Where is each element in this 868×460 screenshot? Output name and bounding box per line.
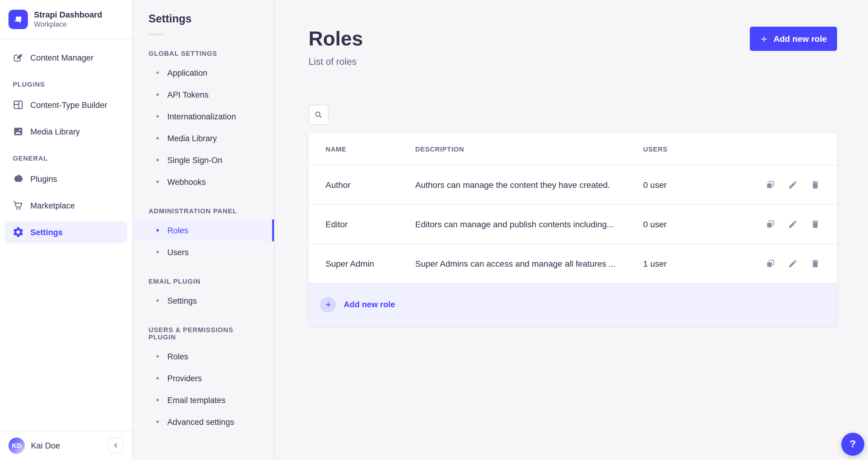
role-users-count: 0 user (643, 219, 753, 229)
subnav-item-email-settings[interactable]: Settings (133, 290, 274, 311)
pencil-icon (788, 258, 798, 268)
sidebar-item-marketplace[interactable]: Marketplace (5, 194, 127, 216)
role-users-count: 0 user (643, 180, 753, 189)
subnav-section-header-email-plugin: EMAIL PLUGIN (149, 278, 258, 285)
row-actions (753, 180, 820, 189)
sidebar-item-media-library[interactable]: Media Library (5, 121, 127, 143)
trash-icon (810, 219, 820, 229)
bullet-dot (156, 71, 159, 74)
table-row[interactable]: Super Admin Super Admins can access and … (309, 244, 837, 283)
edit-button[interactable] (788, 219, 798, 229)
duplicate-button[interactable] (766, 219, 775, 229)
column-header-name: NAME (326, 145, 415, 152)
subnav-title: Settings (149, 13, 274, 26)
page-subtitle: List of roles (309, 56, 363, 67)
bullet-dot (156, 377, 159, 379)
table-header-row: NAME DESCRIPTION USERS (309, 133, 837, 165)
strapi-logo-icon (8, 10, 28, 29)
table-row[interactable]: Editor Editors can manage and publish co… (309, 205, 837, 244)
puzzle-icon (12, 173, 24, 185)
sidebar-section-header-plugins: PLUGINS (13, 81, 132, 88)
bullet-dot (156, 93, 159, 96)
plus-circle (320, 297, 336, 312)
help-button[interactable]: ? (841, 433, 864, 456)
sidebar-item-settings[interactable]: Settings (5, 221, 127, 243)
toolbar (309, 104, 837, 125)
delete-button[interactable] (810, 219, 820, 229)
gear-icon (12, 226, 24, 238)
bullet-dot (156, 299, 159, 302)
subnav-item-webhooks[interactable]: Webhooks (133, 171, 274, 193)
row-actions (753, 219, 820, 229)
subnav-item-roles-admin[interactable]: Roles (133, 219, 274, 241)
page-title-block: Roles List of roles (309, 27, 363, 67)
subnav-item-application[interactable]: Application (133, 62, 274, 84)
sidebar-item-content-type-builder[interactable]: Content-Type Builder (5, 94, 127, 116)
main-sidebar: Strapi Dashboard Workplace Content Manag… (0, 0, 133, 460)
bullet-dot (156, 399, 159, 401)
subnav-item-label: Internationalization (167, 112, 236, 121)
subnav-item-users[interactable]: Users (133, 241, 274, 263)
edit-button[interactable] (788, 180, 798, 189)
copy-icon (766, 180, 775, 189)
sidebar-item-label: Plugins (30, 174, 57, 183)
role-name: Editor (326, 219, 415, 229)
brand-subtitle: Workplace (34, 20, 102, 29)
sidebar-item-content-manager[interactable]: Content Manager (5, 47, 127, 68)
role-name: Author (326, 180, 415, 189)
footer-add-role-label: Add new role (344, 300, 395, 309)
subnav-item-media-library[interactable]: Media Library (133, 127, 274, 149)
magnifier-icon (314, 110, 323, 119)
add-new-role-button[interactable]: Add new role (750, 27, 837, 51)
row-actions (753, 258, 820, 268)
subnav-item-providers[interactable]: Providers (133, 367, 274, 389)
bullet-dot (156, 421, 159, 423)
duplicate-button[interactable] (766, 258, 775, 268)
picture-icon (12, 125, 24, 137)
subnav-item-label: Email templates (167, 395, 225, 404)
bullet-dot (156, 355, 159, 358)
subnav-item-label: Webhooks (167, 177, 206, 186)
subnav-item-api-tokens[interactable]: API Tokens (133, 84, 274, 105)
subnav-item-advanced-settings[interactable]: Advanced settings (133, 411, 274, 433)
copy-icon (766, 219, 775, 229)
sidebar-item-label: Marketplace (30, 201, 75, 210)
subnav-item-label: API Tokens (167, 90, 209, 99)
subnav-item-label: Single Sign-On (167, 155, 222, 164)
column-header-description: DESCRIPTION (415, 145, 643, 152)
chevron-left-icon (112, 442, 119, 449)
subnav-item-roles-up[interactable]: Roles (133, 345, 274, 367)
subnav-section-header-users-permissions-plugin: USERS & PERMISSIONS PLUGIN (149, 326, 258, 341)
sidebar-item-label: Content-Type Builder (30, 100, 107, 110)
bullet-dot (156, 229, 159, 232)
page-title: Roles (309, 27, 363, 51)
subnav-item-email-templates[interactable]: Email templates (133, 389, 274, 411)
table-row[interactable]: Author Authors can manage the content th… (309, 165, 837, 205)
subnav-item-label: Media Library (167, 134, 217, 143)
search-button[interactable] (309, 104, 329, 125)
subnav-item-internationalization[interactable]: Internationalization (133, 105, 274, 127)
bullet-dot (156, 115, 159, 118)
delete-button[interactable] (810, 180, 820, 189)
sidebar-nav: Content Manager PLUGINS Content-Type Bui… (0, 39, 132, 430)
user-name: Kai Doe (31, 441, 102, 450)
subnav-item-single-sign-on[interactable]: Single Sign-On (133, 149, 274, 171)
collapse-sidebar-button[interactable] (108, 437, 124, 453)
bullet-dot (156, 251, 159, 253)
role-name: Super Admin (326, 258, 415, 268)
subnav-item-label: Users (167, 248, 189, 257)
bullet-dot (156, 181, 159, 183)
role-description: Editors can manage and publish contents … (415, 219, 643, 229)
settings-subnav: Settings GLOBAL SETTINGS Application API… (133, 0, 275, 460)
bullet-dot (156, 137, 159, 140)
plus-icon (760, 35, 768, 43)
table-footer-add-role[interactable]: Add new role (309, 283, 837, 326)
edit-button[interactable] (788, 258, 798, 268)
user-menu[interactable]: KD Kai Doe (0, 430, 132, 460)
brand[interactable]: Strapi Dashboard Workplace (0, 0, 132, 39)
bullet-dot (156, 159, 159, 161)
sidebar-item-plugins[interactable]: Plugins (5, 168, 127, 190)
feather-icon (12, 52, 24, 64)
delete-button[interactable] (810, 258, 820, 268)
duplicate-button[interactable] (766, 180, 775, 189)
